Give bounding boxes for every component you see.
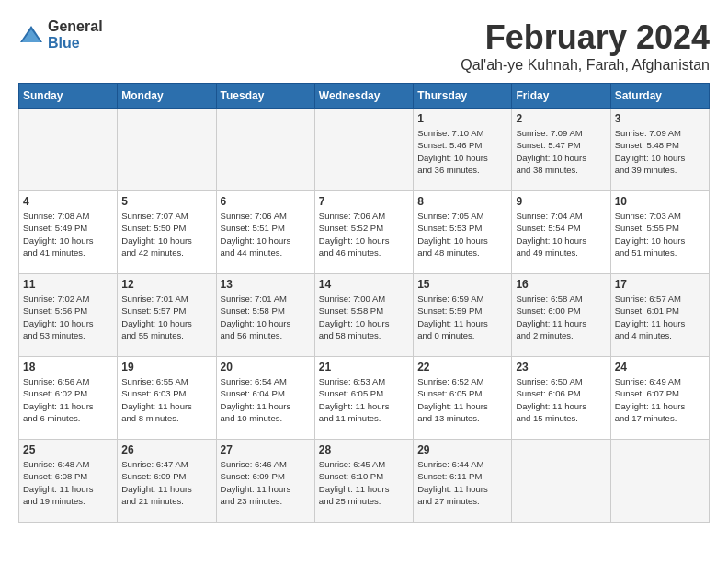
day-number: 2 (516, 112, 606, 125)
day-info: Sunrise: 7:00 AMSunset: 5:58 PMDaylight:… (319, 293, 409, 341)
day-info: Sunrise: 7:07 AMSunset: 5:50 PMDaylight:… (121, 210, 211, 259)
day-cell: 17Sunrise: 6:57 AMSunset: 6:01 PMDayligh… (610, 274, 709, 357)
day-number: 27 (221, 443, 311, 456)
day-cell: 4Sunrise: 7:08 AMSunset: 5:49 PMDaylight… (19, 191, 118, 274)
day-cell (118, 109, 216, 191)
day-cell: 23Sunrise: 6:50 AMSunset: 6:06 PMDayligh… (512, 357, 610, 440)
day-cell: 28Sunrise: 6:45 AMSunset: 6:10 PMDayligh… (314, 440, 413, 523)
day-info: Sunrise: 7:06 AMSunset: 5:52 PMDaylight:… (319, 210, 409, 259)
logo-icon (18, 22, 44, 48)
day-info: Sunrise: 6:59 AMSunset: 5:59 PMDaylight:… (417, 293, 507, 341)
day-cell: 9Sunrise: 7:04 AMSunset: 5:54 PMDaylight… (512, 191, 610, 274)
day-info: Sunrise: 7:08 AMSunset: 5:49 PMDaylight:… (23, 210, 113, 259)
header-cell-sunday: Sunday (19, 84, 118, 109)
header-cell-friday: Friday (512, 84, 610, 109)
header-cell-tuesday: Tuesday (216, 84, 314, 109)
day-info: Sunrise: 6:46 AMSunset: 6:09 PMDaylight:… (221, 458, 311, 507)
day-cell: 22Sunrise: 6:52 AMSunset: 6:05 PMDayligh… (414, 357, 512, 440)
day-number: 14 (319, 278, 409, 291)
day-cell: 18Sunrise: 6:56 AMSunset: 6:02 PMDayligh… (19, 357, 118, 440)
calendar-table: SundayMondayTuesdayWednesdayThursdayFrid… (18, 83, 710, 523)
day-number: 4 (23, 195, 113, 208)
day-info: Sunrise: 7:01 AMSunset: 5:57 PMDaylight:… (121, 293, 211, 341)
day-number: 21 (319, 361, 409, 373)
day-number: 22 (417, 361, 507, 373)
day-number: 20 (221, 361, 311, 373)
day-info: Sunrise: 7:10 AMSunset: 5:46 PMDaylight:… (417, 127, 507, 176)
day-number: 28 (319, 443, 409, 456)
logo: General Blue (18, 18, 103, 51)
day-info: Sunrise: 6:48 AMSunset: 6:08 PMDaylight:… (23, 458, 113, 507)
day-info: Sunrise: 6:44 AMSunset: 6:11 PMDaylight:… (417, 458, 507, 507)
day-number: 24 (615, 361, 705, 373)
week-row-2: 4Sunrise: 7:08 AMSunset: 5:49 PMDaylight… (19, 191, 710, 274)
day-cell: 27Sunrise: 6:46 AMSunset: 6:09 PMDayligh… (216, 440, 314, 523)
day-cell: 14Sunrise: 7:00 AMSunset: 5:58 PMDayligh… (314, 274, 413, 357)
day-info: Sunrise: 6:47 AMSunset: 6:09 PMDaylight:… (121, 458, 211, 507)
day-number: 16 (516, 278, 606, 291)
day-info: Sunrise: 6:52 AMSunset: 6:05 PMDaylight:… (417, 375, 507, 424)
day-cell: 25Sunrise: 6:48 AMSunset: 6:08 PMDayligh… (19, 440, 118, 523)
day-number: 3 (615, 112, 705, 125)
calendar-subtitle: Qal'ah-ye Kuhnah, Farah, Afghanistan (461, 57, 710, 74)
header-row: SundayMondayTuesdayWednesdayThursdayFrid… (19, 84, 710, 109)
day-cell (314, 109, 413, 191)
day-info: Sunrise: 7:06 AMSunset: 5:51 PMDaylight:… (221, 210, 311, 259)
day-number: 26 (121, 443, 211, 456)
title-block: February 2024 Qal'ah-ye Kuhnah, Farah, A… (461, 18, 710, 74)
day-cell: 29Sunrise: 6:44 AMSunset: 6:11 PMDayligh… (414, 440, 512, 523)
header-cell-saturday: Saturday (610, 84, 709, 109)
day-cell: 10Sunrise: 7:03 AMSunset: 5:55 PMDayligh… (610, 191, 709, 274)
day-cell (512, 440, 610, 523)
week-row-1: 1Sunrise: 7:10 AMSunset: 5:46 PMDaylight… (19, 109, 710, 191)
logo-general: General (48, 18, 103, 35)
day-number: 19 (121, 361, 211, 373)
day-cell: 21Sunrise: 6:53 AMSunset: 6:05 PMDayligh… (314, 357, 413, 440)
day-info: Sunrise: 6:49 AMSunset: 6:07 PMDaylight:… (615, 375, 705, 424)
day-number: 17 (615, 278, 705, 291)
week-row-5: 25Sunrise: 6:48 AMSunset: 6:08 PMDayligh… (19, 440, 710, 523)
day-number: 15 (417, 278, 507, 291)
day-cell: 7Sunrise: 7:06 AMSunset: 5:52 PMDaylight… (314, 191, 413, 274)
calendar-title: February 2024 (461, 18, 710, 57)
day-cell: 5Sunrise: 7:07 AMSunset: 5:50 PMDaylight… (118, 191, 216, 274)
day-info: Sunrise: 6:53 AMSunset: 6:05 PMDaylight:… (319, 375, 409, 424)
week-row-3: 11Sunrise: 7:02 AMSunset: 5:56 PMDayligh… (19, 274, 710, 357)
day-cell (610, 440, 709, 523)
day-number: 11 (23, 278, 113, 291)
day-info: Sunrise: 6:57 AMSunset: 6:01 PMDaylight:… (615, 293, 705, 341)
day-cell: 16Sunrise: 6:58 AMSunset: 6:00 PMDayligh… (512, 274, 610, 357)
day-number: 8 (417, 195, 507, 208)
day-info: Sunrise: 6:58 AMSunset: 6:00 PMDaylight:… (516, 293, 606, 341)
day-info: Sunrise: 7:05 AMSunset: 5:53 PMDaylight:… (417, 210, 507, 259)
day-cell: 19Sunrise: 6:55 AMSunset: 6:03 PMDayligh… (118, 357, 216, 440)
day-info: Sunrise: 6:45 AMSunset: 6:10 PMDaylight:… (319, 458, 409, 507)
day-number: 9 (516, 195, 606, 208)
header-cell-thursday: Thursday (414, 84, 512, 109)
day-number: 10 (615, 195, 705, 208)
day-info: Sunrise: 6:55 AMSunset: 6:03 PMDaylight:… (121, 375, 211, 424)
day-number: 5 (121, 195, 211, 208)
day-cell: 26Sunrise: 6:47 AMSunset: 6:09 PMDayligh… (118, 440, 216, 523)
day-info: Sunrise: 7:03 AMSunset: 5:55 PMDaylight:… (615, 210, 705, 259)
header-cell-wednesday: Wednesday (314, 84, 413, 109)
day-number: 13 (221, 278, 311, 291)
day-cell: 8Sunrise: 7:05 AMSunset: 5:53 PMDaylight… (414, 191, 512, 274)
day-cell: 15Sunrise: 6:59 AMSunset: 5:59 PMDayligh… (414, 274, 512, 357)
week-row-4: 18Sunrise: 6:56 AMSunset: 6:02 PMDayligh… (19, 357, 710, 440)
day-cell: 2Sunrise: 7:09 AMSunset: 5:47 PMDaylight… (512, 109, 610, 191)
day-info: Sunrise: 7:04 AMSunset: 5:54 PMDaylight:… (516, 210, 606, 259)
day-number: 12 (121, 278, 211, 291)
day-info: Sunrise: 7:09 AMSunset: 5:48 PMDaylight:… (615, 127, 705, 176)
day-info: Sunrise: 6:54 AMSunset: 6:04 PMDaylight:… (221, 375, 311, 424)
day-info: Sunrise: 7:09 AMSunset: 5:47 PMDaylight:… (516, 127, 606, 176)
day-number: 7 (319, 195, 409, 208)
logo-text: General Blue (48, 18, 103, 51)
day-number: 18 (23, 361, 113, 373)
day-number: 23 (516, 361, 606, 373)
calendar-header: SundayMondayTuesdayWednesdayThursdayFrid… (19, 84, 710, 109)
day-number: 1 (417, 112, 507, 125)
day-info: Sunrise: 6:56 AMSunset: 6:02 PMDaylight:… (23, 375, 113, 424)
day-cell: 20Sunrise: 6:54 AMSunset: 6:04 PMDayligh… (216, 357, 314, 440)
day-cell: 1Sunrise: 7:10 AMSunset: 5:46 PMDaylight… (414, 109, 512, 191)
